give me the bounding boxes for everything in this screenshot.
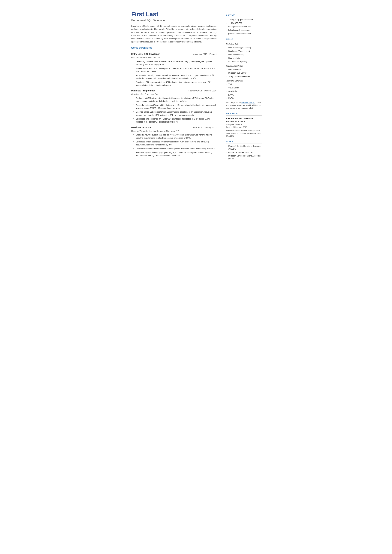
candidate-name: First Last [131, 11, 217, 18]
list-item: Devised custom queries for difficult rep… [133, 147, 217, 150]
industry-skills-list: Data Structures Microsoft SQL Server T-S… [226, 68, 262, 78]
list-item: linkedin.com/in/username [226, 29, 262, 32]
job-2-header: Database Programmer February 2013 – Octo… [131, 89, 217, 92]
job-2-bullets: Designed a CRM software that integrated … [131, 97, 217, 124]
list-item: T-SQL Stored Procedures [226, 75, 262, 78]
list-item: Microsoft SQL Server [226, 71, 262, 74]
edu-degree: Bachelor of Science [226, 120, 262, 123]
contact-list: Albany, NY (Open to Remote) +1-234-456-7… [226, 18, 262, 35]
list-item: email@resumeworded.com [226, 25, 262, 28]
job-1-title: Entry-Level SQL Developer [131, 52, 160, 56]
job-1-dates: November 2015 – Present [193, 53, 217, 56]
list-item: +1-234-456-789 [226, 22, 262, 25]
other-label: OTHER [226, 140, 262, 144]
list-item: MySQL [226, 97, 262, 100]
job-3-title: Database Assistant [131, 126, 152, 129]
list-item: Developed and supported an RWec v.2 5g d… [133, 118, 217, 124]
tools-list: XML Visual Basic JavaScript jQuery MySQL [226, 83, 262, 100]
work-experience-label: WORK EXPERIENCE [131, 47, 217, 50]
list-item: Created a new file system that tracked 7… [133, 133, 217, 140]
skills-label: SKILLS [226, 38, 262, 41]
technical-skills-list: Data Modeling (Advanced) Databases (Expe… [226, 46, 262, 63]
list-item: Oracle Certified Professional. [226, 151, 262, 154]
job-3-header: Database Assistant June 2010 – January 2… [131, 126, 217, 129]
job-3-company: Resume Worded's Exciting Company, New Yo… [131, 129, 217, 133]
list-item: Data Structures [226, 68, 262, 71]
resume-page: First Last Entry-Level SQL Developer Ent… [125, 0, 267, 201]
promo-text: Don't forget to use Resume Worded to sca… [226, 101, 262, 109]
list-item: XML [226, 83, 262, 86]
candidate-summary: Entry-Level SQL developer with 10 years … [131, 24, 217, 43]
sidebar: CONTACT Albany, NY (Open to Remote) +1-2… [223, 6, 267, 194]
list-item: jQuery [226, 93, 262, 96]
industry-knowledge-label: Industry Knowledge: [226, 65, 262, 67]
list-item: Data Warehousing [226, 53, 262, 56]
job-2-dates: February 2013 – October 2015 [189, 89, 217, 92]
job-1-bullets: Tested SQL servers and maintained the en… [131, 60, 217, 87]
list-item: Implemented security measures such as pa… [133, 74, 217, 80]
candidate-title: Entry-Level SQL Developer [131, 18, 217, 23]
job-2-company: Growthsi, San Francisco, CA [131, 93, 217, 96]
list-item: Created a mAcrosoft Word add-in that all… [133, 104, 217, 110]
list-item: Worked with a team of 16 developers to c… [133, 67, 217, 73]
other-list: Microsoft Certified Solutions Developer … [226, 145, 262, 160]
job-3-bullets: Created a new file system that tracked 7… [131, 133, 217, 157]
list-item: Indexing and reporting [226, 60, 262, 63]
contact-label: CONTACT [226, 14, 262, 17]
list-item: JavaScript [226, 90, 262, 93]
list-item: github.com/resumeworded [226, 32, 262, 35]
list-item: Modified tables and queries for enhanced… [133, 111, 217, 117]
resume-header: First Last Entry-Level SQL Developer Ent… [131, 11, 217, 43]
list-item: Visual Basic [226, 86, 262, 89]
technical-skills-label: Technical Skills: [226, 43, 262, 46]
list-item: Developed simple database systems that a… [133, 140, 217, 147]
edu-awards: Awards: Resume Worded Teaching Fellow (o… [226, 129, 262, 138]
list-item: Databases (Experienced) [226, 50, 262, 53]
job-1-company: Resume Worded, New York, NY [131, 56, 217, 59]
job-1-header: Entry-Level SQL Developer November 2015 … [131, 52, 217, 56]
list-item: Microsoft Certified Solutions Associate … [226, 154, 262, 160]
list-item: Data analysis [226, 57, 262, 60]
job-2-title: Database Programmer [131, 89, 155, 92]
edu-location: Boston, MA — May 2010 [226, 126, 262, 129]
list-item: Microsoft Certified Solutions Developer … [226, 145, 262, 150]
tools-label: Tools and Software: [226, 79, 262, 82]
list-item: Albany, NY (Open to Remote) [226, 18, 262, 21]
list-item: Tested SQL servers and maintained the en… [133, 60, 217, 66]
job-3: Database Assistant June 2010 – January 2… [131, 126, 217, 157]
list-item: Designed a CRM software that integrated … [133, 97, 217, 103]
education-label: EDUCATION [226, 112, 262, 116]
job-1: Entry-Level SQL Developer November 2015 … [131, 52, 217, 87]
edu-field: Computer Science [226, 123, 262, 126]
list-item: Increased system efficiency by optimizin… [133, 151, 217, 157]
edu-school: Resume Worded University [226, 117, 262, 120]
job-3-dates: June 2010 – January 2013 [192, 126, 217, 129]
list-item: Data Modeling (Advanced) [226, 46, 262, 49]
promo-prefix: Don't forget to use [226, 102, 242, 104]
promo-link[interactable]: Resume Worded [241, 102, 255, 104]
main-column: First Last Entry-Level SQL Developer Ent… [125, 6, 221, 194]
job-2: Database Programmer February 2013 – Octo… [131, 89, 217, 124]
list-item: Developed ETL processes to load 46TB of … [133, 81, 217, 87]
